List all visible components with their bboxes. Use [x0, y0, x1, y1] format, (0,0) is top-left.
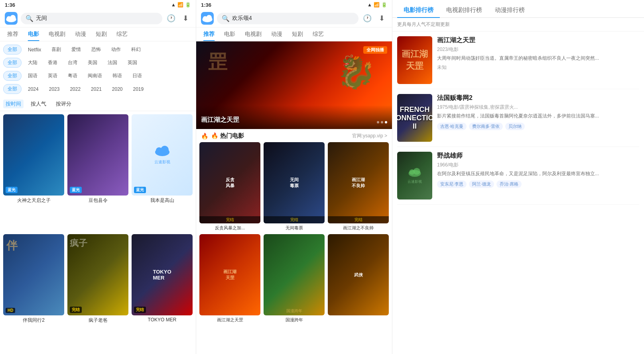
ranking-title-3: 野战雄师: [437, 152, 639, 160]
filter-scifi[interactable]: 科幻: [127, 45, 145, 54]
app-logo-1[interactable]: [5, 12, 18, 25]
ranking-poster-1: 画江湖天罡: [397, 36, 432, 84]
nav-tab-anime-1[interactable]: 动漫: [71, 27, 90, 41]
tag-2-2[interactable]: 费尔南多·雷依: [469, 123, 503, 130]
ranking-desc-2: 影片紧接前作结尾，法国贩毒首脑阿伦夏奈尔逍遥法外，多伊前往法国马塞...: [437, 112, 639, 119]
history-icon-2[interactable]: 🕐: [362, 13, 373, 24]
hot-section-link[interactable]: 官网:ysapp.vip >: [352, 133, 387, 139]
filter-usa[interactable]: 美国: [84, 58, 101, 67]
tag-3-1[interactable]: 安东尼·李恩: [437, 180, 467, 188]
nav-tab-recommend-2[interactable]: 推荐: [199, 27, 219, 41]
movie-card-2[interactable]: 蓝光 豆包县令: [67, 114, 128, 231]
filter-all-lang[interactable]: 全部: [3, 71, 22, 81]
ranking-item-1[interactable]: 画江湖天罡 画江湖之天罡 2023/电影 大周年间时局动荡奸臣当道。直属帝王的秘…: [397, 31, 639, 89]
status-icons-2: ▲ 📶 🔋: [367, 2, 387, 8]
filter-2019[interactable]: 2019: [129, 85, 148, 93]
svg-point-2: [10, 15, 16, 21]
movie-card-1[interactable]: 蓝光 火神之天启之子: [3, 114, 64, 231]
movie-card-4[interactable]: 伴 HD 伴我同行2: [3, 234, 64, 351]
filter-action[interactable]: 动作: [107, 45, 125, 54]
search-bar-1[interactable]: 🔍 无间: [21, 13, 162, 24]
filter-japanese[interactable]: 日语: [128, 71, 146, 80]
filter-mandarin[interactable]: 国语: [24, 71, 41, 80]
app-logo-2[interactable]: [201, 12, 214, 25]
ranking-year-3: 1966/电影: [437, 162, 639, 168]
filter-2024[interactable]: 2024: [24, 85, 43, 93]
ranking-list[interactable]: 画江湖天罡 画江湖之天罡 2023/电影 大周年间时局动荡奸臣当道。直属帝王的秘…: [392, 31, 644, 354]
nav-tab-anime-2[interactable]: 动漫: [267, 27, 286, 41]
dot-2[interactable]: [381, 121, 383, 123]
hero-banner[interactable]: 罡 🐉 全网独播 画江湖之天罡: [196, 41, 392, 129]
movie-grid-1: 蓝光 火神之天启之子 蓝光 豆包县令 云速影视: [0, 111, 196, 354]
download-icon-1[interactable]: ⬇: [180, 13, 191, 24]
filter-2022[interactable]: 2022: [66, 85, 85, 93]
filter-uk[interactable]: 英国: [124, 58, 141, 67]
download-icon-2[interactable]: ⬇: [376, 13, 387, 24]
ranking-item-2[interactable]: FRENCHCONNECTIONII 法国贩毒网2 1975/电影/霹雳神探续集…: [397, 89, 639, 147]
dot-1[interactable]: [377, 121, 379, 123]
movie-card-3[interactable]: 云速影视 蓝光 我本是高山: [132, 114, 193, 231]
nav-tab-tv-2[interactable]: 电视剧: [241, 27, 266, 41]
search-input-1[interactable]: 无间: [36, 15, 158, 22]
hot-poster-1: 反贪风暴 完结: [199, 142, 260, 223]
nav-tab-variety-1[interactable]: 综艺: [112, 27, 132, 41]
filter-2023[interactable]: 2023: [45, 85, 64, 93]
filter-horror[interactable]: 恐怖: [87, 45, 105, 54]
filter-korean[interactable]: 韩语: [108, 71, 126, 80]
nav-tab-movie-2[interactable]: 电影: [220, 27, 239, 41]
ranking-item-3[interactable]: 云速影视 野战雄师 1966/电影 在阿尔及利亚镇压反殖民地革命，又是泥足深陷，…: [397, 147, 639, 205]
filter-romance[interactable]: 爱情: [67, 45, 85, 54]
nav-tab-short-1[interactable]: 短剧: [92, 27, 111, 41]
filter-cantonese[interactable]: 粤语: [64, 71, 81, 80]
filter-2021[interactable]: 2021: [87, 85, 106, 93]
filter-comedy[interactable]: 喜剧: [47, 45, 65, 54]
movie-card-5[interactable]: 疯子 完结 疯子老爸: [67, 234, 128, 351]
sort-time[interactable]: 按时间: [3, 100, 24, 108]
nav-tab-tv-1[interactable]: 电视剧: [45, 27, 69, 41]
filter-france[interactable]: 法国: [104, 58, 121, 67]
ranking-tab-tv[interactable]: 电视剧排行榜: [440, 3, 488, 17]
hot-card-3[interactable]: 画江湖不良帅 完结 画江湖之不良帅: [328, 142, 389, 231]
search-bar-2[interactable]: 🔍 欢乐颂4: [217, 13, 358, 24]
filter-all-year[interactable]: 全部: [3, 84, 22, 94]
hot-card-4[interactable]: 画江湖天罡 画江湖之天罡: [199, 234, 260, 323]
nav-tab-variety-2[interactable]: 综艺: [309, 27, 328, 41]
ranking-info-1: 画江湖之天罡 2023/电影 大周年间时局动荡奸臣当道。直属帝王的秘密暗杀组织不…: [437, 36, 639, 84]
tag-2-3[interactable]: 贝尔纳: [505, 123, 525, 130]
movie-title-1: 火神之天启之子: [3, 197, 64, 204]
ranking-tab-anime[interactable]: 动漫排行榜: [488, 3, 531, 17]
hot-card-2[interactable]: 无间毒票 完结 无间毒票: [264, 142, 325, 231]
hot-card-6[interactable]: 武侠: [328, 234, 389, 323]
nav-tab-movie-1[interactable]: 电影: [24, 27, 43, 41]
search-input-2[interactable]: 欢乐颂4: [232, 15, 354, 22]
hot-card-5[interactable]: 国漫跨年 国漫跨年: [264, 234, 325, 323]
movie-poster-5: 疯子 完结: [67, 234, 128, 315]
hot-section-title: 🔥 🔥 热门电影: [201, 132, 244, 140]
filter-netflix[interactable]: Netflix: [24, 46, 45, 54]
filter-mainland[interactable]: 大陆: [24, 58, 41, 67]
ranking-tab-movie[interactable]: 电影排行榜: [397, 3, 440, 17]
filter-english[interactable]: 英语: [44, 71, 61, 80]
dot-3[interactable]: [385, 121, 387, 123]
nav-tabs-1: 推荐 电影 电视剧 动漫 短剧 综艺: [0, 27, 196, 41]
tag-3-3[interactable]: 乔治·席格: [496, 180, 522, 188]
sort-rating[interactable]: 按评分: [53, 100, 74, 108]
filter-hk[interactable]: 香港: [44, 58, 61, 67]
panel2-scroll[interactable]: 罡 🐉 全网独播 画江湖之天罡 🔥 🔥 热门电影 官网:ysapp.vip >: [196, 41, 392, 354]
movie-card-6[interactable]: TOKYOMER 完结 TOKYO MER: [132, 234, 193, 351]
tag-2-1[interactable]: 吉恩·哈克曼: [437, 123, 467, 130]
history-icon-1[interactable]: 🕐: [165, 13, 177, 24]
filter-all-region[interactable]: 全部: [3, 58, 22, 68]
complete-badge-3: 完结: [328, 216, 389, 223]
nav-tab-recommend-1[interactable]: 推荐: [3, 27, 22, 41]
hot-card-1[interactable]: 反贪风暴 完结 反贪风暴之加...: [199, 142, 260, 231]
tag-3-2[interactable]: 阿兰·德龙: [469, 180, 494, 188]
filter-minnan[interactable]: 闽南语: [84, 71, 106, 80]
nav-tab-short-2[interactable]: 短剧: [288, 27, 307, 41]
sort-popular[interactable]: 按人气: [28, 100, 49, 108]
filter-all-genre[interactable]: 全部: [3, 45, 22, 55]
filter-2020[interactable]: 2020: [108, 85, 127, 93]
movie-poster-4: 伴 HD: [3, 234, 64, 315]
filter-taiwan[interactable]: 台湾: [64, 58, 81, 67]
sort-row-1: 按时间 按人气 按评分: [0, 97, 196, 111]
